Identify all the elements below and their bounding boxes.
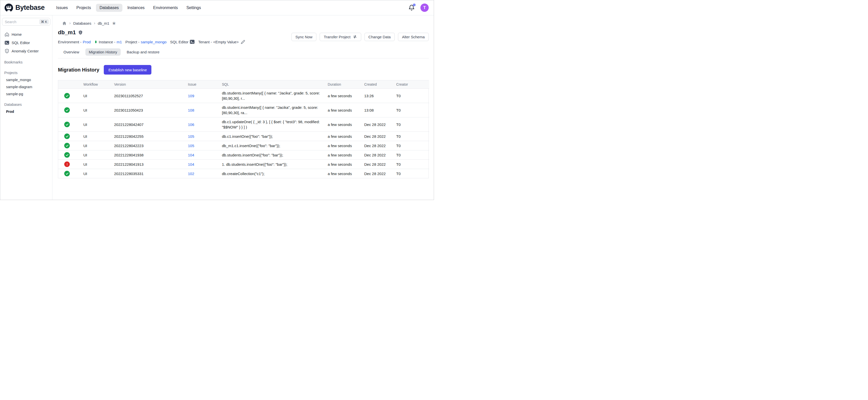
bytebase-logo[interactable]: Bytebase (4, 3, 44, 12)
success-check-icon (64, 152, 70, 158)
topnav-item-issues[interactable]: Issues (53, 4, 71, 12)
sidebar-item-home[interactable]: Home (0, 30, 52, 38)
instance-link[interactable]: m1 (117, 40, 122, 44)
user-avatar[interactable]: T (421, 3, 429, 12)
sidebar-item-label: SQL Editor (11, 40, 30, 45)
brand-name: Bytebase (16, 4, 44, 11)
workflow-cell: UI (83, 141, 114, 150)
issue-link[interactable]: 105 (188, 134, 194, 139)
table-row[interactable]: UI202212280419131041. db.students.insert… (58, 160, 429, 169)
transfer-icon (353, 34, 357, 39)
table-row[interactable]: UI20221228042223105db_m1.c1.insertOne({"… (58, 141, 429, 150)
workflow-cell: UI (83, 89, 114, 103)
topnav-item-instances[interactable]: Instances (124, 4, 148, 12)
home-icon[interactable] (62, 21, 67, 26)
button-label: Transfer Project (324, 35, 350, 39)
sidebar-item-prod[interactable]: Prod (0, 108, 52, 115)
change-data-button[interactable]: Change Data (365, 33, 395, 41)
sidebar-section-projects: Projectssample_mongosample-diagramsample… (0, 69, 52, 97)
app-window: Bytebase IssuesProjectsDatabasesInstance… (0, 0, 434, 200)
topnav-item-projects[interactable]: Projects (73, 4, 94, 12)
table-row[interactable]: UI20230111050423108db.student.insertMany… (58, 103, 429, 117)
sql-cell: 1. db.students.insertOne({"foo": "bar"})… (222, 160, 328, 169)
duration-cell: a few seconds (328, 160, 364, 169)
breadcrumb-databases[interactable]: Databases (73, 21, 91, 25)
sql-cell: db.students.insertMany([ { name: "Jacika… (222, 89, 328, 103)
workflow-cell: UI (83, 169, 114, 178)
sidebar-item-label: Anomaly Center (11, 49, 39, 53)
issue-link[interactable]: 104 (188, 162, 194, 166)
breadcrumb-current: db_m1 (98, 21, 109, 25)
alter-schema-button[interactable]: Alter Schema (398, 33, 429, 41)
search-input[interactable] (5, 20, 38, 24)
tab-overview[interactable]: Overview (60, 49, 83, 56)
terminal-icon (190, 39, 195, 44)
table-row[interactable]: UI20230111052527109db.students.insertMan… (58, 89, 429, 103)
sidebar-sections: BookmarksProjectssample_mongosample-diag… (0, 59, 52, 115)
top-bar: Bytebase IssuesProjectsDatabasesInstance… (0, 0, 434, 16)
table-header-row: WorkflowVersionIssueSQLDurationCreatedCr… (58, 80, 429, 89)
creator-cell: T0 (396, 117, 429, 132)
button-label: Change Data (369, 35, 391, 39)
created-cell: Dec 28 2022 (364, 132, 396, 141)
status-cell (58, 150, 83, 160)
migration-table-body: UI20230111052527109db.students.insertMan… (58, 89, 429, 178)
transfer-project-button[interactable]: Transfer Project (320, 33, 361, 41)
version-cell: 20221228041938 (114, 150, 188, 160)
sidebar-item-anomaly-center[interactable]: Anomaly Center (0, 47, 52, 55)
created-cell: 13:26 (364, 89, 396, 103)
sql-cell: db.createCollection("c1"); (222, 169, 328, 178)
table-row[interactable]: UI20221228042255105db.c1.insertOne({"foo… (58, 132, 429, 141)
main-content: › Databases › db_m1 ★ db_m1 (52, 16, 434, 200)
creator-cell: T0 (396, 141, 429, 150)
sidebar-item-sample_mongo[interactable]: sample_mongo (0, 76, 52, 83)
sidebar-item-sql-editor[interactable]: SQL Editor (0, 38, 52, 47)
meta-sql-editor[interactable]: SQL Editor (170, 39, 195, 44)
notifications-button[interactable] (408, 4, 415, 11)
sidebar-item-sample-pg[interactable]: sample-pg (0, 90, 52, 97)
status-cell (58, 103, 83, 117)
table-row[interactable]: UI20221228041938104db.students.insertOne… (58, 150, 429, 160)
success-check-icon (64, 93, 70, 98)
sidebar-item-sample-diagram[interactable]: sample-diagram (0, 83, 52, 90)
success-check-icon (64, 133, 70, 139)
status-cell (58, 160, 83, 169)
sync-now-button[interactable]: Sync Now (291, 33, 317, 41)
topnav-item-settings[interactable]: Settings (183, 4, 205, 12)
tab-backup-and-restore[interactable]: Backup and restore (123, 49, 163, 56)
column-header-created: Created (364, 80, 396, 89)
breadcrumb-separator: › (94, 21, 95, 26)
status-cell (58, 89, 83, 103)
version-cell: 20221228041913 (114, 160, 188, 169)
issue-link[interactable]: 109 (188, 94, 194, 98)
issue-cell: 109 (188, 89, 222, 103)
migration-history-title: Migration History (58, 67, 99, 73)
created-cell: Dec 28 2022 (364, 141, 396, 150)
creator-cell: T0 (396, 89, 429, 103)
search-input-wrap[interactable]: ⌘ K (2, 18, 51, 26)
meta-instance: Instance - m1 (94, 39, 122, 44)
error-icon (64, 161, 70, 167)
issue-link[interactable]: 104 (188, 153, 194, 157)
sidebar-nav: HomeSQL EditorAnomaly Center (0, 30, 52, 55)
establish-baseline-button[interactable]: Establish new baseline (104, 65, 151, 74)
environment-link[interactable]: Prod (83, 40, 91, 44)
table-row[interactable]: UI20221228035331102db.createCollection("… (58, 169, 429, 178)
tab-migration-history[interactable]: Migration History (85, 49, 121, 56)
issue-cell: 104 (188, 160, 222, 169)
button-label: Alter Schema (402, 35, 425, 39)
table-row[interactable]: UI20221228042407106db.c1.updateOne( { _i… (58, 117, 429, 132)
edit-pencil-icon[interactable] (241, 40, 245, 44)
issue-link[interactable]: 108 (188, 108, 194, 112)
issue-cell: 104 (188, 150, 222, 160)
bookmark-star-icon[interactable]: ★ (112, 21, 116, 26)
terminal-icon (4, 40, 9, 45)
topnav-item-databases[interactable]: Databases (96, 4, 122, 12)
issue-link[interactable]: 106 (188, 122, 194, 127)
topnav-item-environments[interactable]: Environments (150, 4, 181, 12)
project-link[interactable]: sample_mongo (141, 40, 167, 44)
issue-link[interactable]: 102 (188, 172, 194, 176)
workflow-cell: UI (83, 103, 114, 117)
issue-link[interactable]: 105 (188, 144, 194, 148)
column-header-version: Version (114, 80, 188, 89)
